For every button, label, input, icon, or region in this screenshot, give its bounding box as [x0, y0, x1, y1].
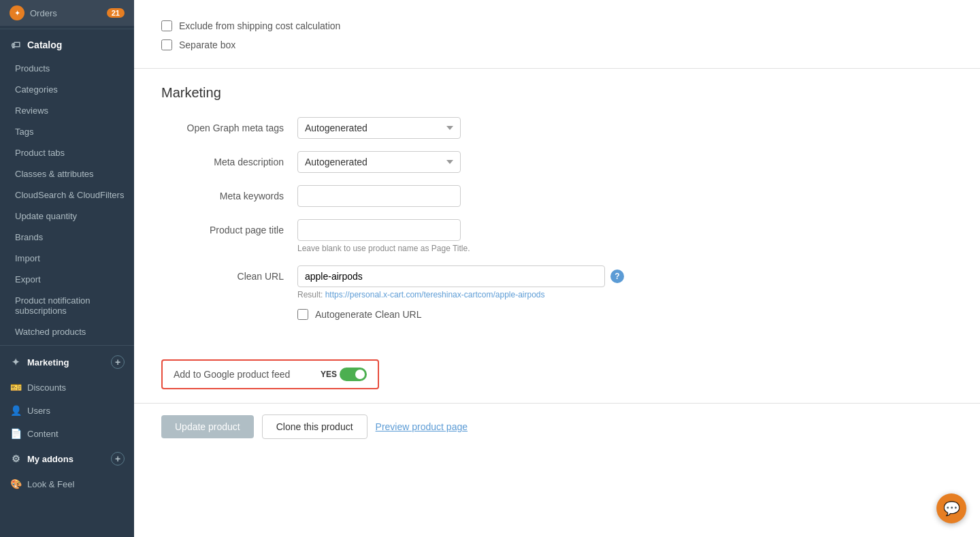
open-graph-label: Open Graph meta tags — [161, 117, 297, 133]
result-prefix: Result: — [297, 290, 325, 299]
users-label: Users — [27, 406, 50, 416]
google-feed-label: Add to Google product feed — [174, 369, 310, 380]
update-quantity-label: Update quantity — [15, 211, 77, 221]
sidebar-item-watched-products[interactable]: Watched products — [0, 321, 134, 342]
sidebar-myaddons-header[interactable]: ⚙ My addons + — [0, 445, 134, 472]
sidebar-item-lookfeel[interactable]: 🎨 Look & Feel — [0, 472, 134, 495]
open-graph-select[interactable]: Autogenerated Custom — [297, 117, 461, 139]
sidebar-item-export[interactable]: Export — [0, 269, 134, 290]
sidebar-item-tags[interactable]: Tags — [0, 121, 134, 142]
preview-product-button[interactable]: Preview product page — [376, 415, 468, 438]
product-page-title-control: Leave blank to use product name as Page … — [297, 219, 624, 253]
users-icon: 👤 — [10, 404, 22, 417]
myaddons-icon: ⚙ — [10, 453, 22, 465]
content-label: Content — [27, 429, 59, 439]
autogenerate-clean-url-checkbox[interactable] — [297, 309, 308, 320]
marketing-section: Marketing Open Graph meta tags Autogener… — [134, 69, 980, 353]
discounts-label: Discounts — [27, 383, 66, 393]
myaddons-plus-btn[interactable]: + — [111, 452, 125, 466]
marketing-title: Marketing — [161, 85, 953, 101]
sidebar-item-discounts[interactable]: 🎫 Discounts — [0, 376, 134, 399]
clean-url-label: Clean URL — [161, 265, 297, 282]
product-page-title-input[interactable] — [297, 219, 461, 241]
clean-url-control: ? Result: https://personal.x-cart.com/te… — [297, 265, 624, 324]
sidebar-item-products[interactable]: Products — [0, 58, 134, 79]
sidebar-item-reviews[interactable]: Reviews — [0, 100, 134, 121]
clean-url-row: Clean URL ? Result: https://personal.x-c… — [161, 265, 953, 324]
separate-box-label[interactable]: Separate box — [179, 39, 235, 50]
exclude-shipping-label[interactable]: Exclude from shipping cost calculation — [179, 20, 340, 31]
products-label: Products — [15, 63, 50, 74]
clean-url-input-row: ? — [297, 265, 624, 287]
sidebar-item-users[interactable]: 👤 Users — [0, 399, 134, 422]
open-graph-row: Open Graph meta tags Autogenerated Custo… — [161, 117, 953, 139]
meta-description-select[interactable]: Autogenerated Custom — [297, 151, 461, 173]
lookfeel-icon: 🎨 — [10, 478, 22, 490]
catalog-icon: 🏷 — [10, 39, 22, 51]
sidebar-item-cloudsearch[interactable]: CloudSearch & CloudFilters — [0, 184, 134, 206]
sidebar-item-brands[interactable]: Brands — [0, 227, 134, 248]
sidebar-item-classes-attributes[interactable]: Classes & attributes — [0, 163, 134, 184]
meta-keywords-control — [297, 185, 624, 207]
clean-url-help-icon[interactable]: ? — [610, 270, 624, 283]
brands-label: Brands — [15, 232, 43, 242]
meta-keywords-row: Meta keywords — [161, 185, 953, 207]
watched-products-label: Watched products — [15, 327, 86, 337]
clean-url-input[interactable] — [297, 265, 605, 287]
sidebar-item-content[interactable]: 📄 Content — [0, 422, 134, 445]
clean-url-result: Result: https://personal.x-cart.com/tere… — [297, 290, 624, 299]
myaddons-label: My addons — [27, 454, 74, 464]
separate-box-checkbox[interactable] — [161, 39, 172, 50]
autogenerate-clean-url-label[interactable]: Autogenerate Clean URL — [315, 309, 421, 320]
meta-description-label: Meta description — [161, 151, 297, 167]
marketing-label: Marketing — [27, 357, 69, 368]
sidebar-item-product-notifications[interactable]: Product notification subscriptions — [0, 290, 134, 321]
orders-badge: 21 — [107, 8, 125, 18]
catalog-label: Catalog — [27, 39, 62, 50]
sidebar-marketing-header[interactable]: ✦ Marketing + — [0, 348, 134, 376]
reviews-label: Reviews — [15, 105, 48, 116]
toggle-slider — [340, 368, 367, 381]
tags-label: Tags — [15, 127, 33, 137]
exclude-shipping-row: Exclude from shipping cost calculation — [161, 16, 953, 35]
sidebar-item-product-tabs[interactable]: Product tabs — [0, 142, 134, 163]
sidebar-item-orders[interactable]: ✦ Orders 21 — [0, 0, 134, 26]
categories-label: Categories — [15, 84, 58, 95]
lookfeel-label: Look & Feel — [27, 479, 74, 489]
sidebar: ✦ Orders 21 🏷 Catalog Products Categorie… — [0, 0, 134, 537]
cloudsearch-label: CloudSearch & CloudFilters — [15, 190, 124, 200]
export-label: Export — [15, 274, 41, 284]
google-feed-section: Add to Google product feed YES — [134, 353, 980, 403]
open-graph-control: Autogenerated Custom — [297, 117, 624, 139]
sidebar-catalog-header[interactable]: 🏷 Catalog — [0, 32, 134, 58]
product-page-title-hint: Leave blank to use product name as Page … — [297, 244, 624, 253]
google-feed-box: Add to Google product feed YES — [161, 359, 379, 389]
google-feed-toggle[interactable] — [340, 368, 367, 381]
sidebar-orders-label: Orders — [30, 8, 57, 18]
product-tabs-label: Product tabs — [15, 148, 65, 158]
sidebar-item-categories[interactable]: Categories — [0, 79, 134, 100]
sidebar-item-import[interactable]: Import — [0, 248, 134, 269]
marketing-plus-btn[interactable]: + — [111, 355, 125, 369]
content-icon: 📄 — [10, 427, 22, 440]
import-label: Import — [15, 253, 40, 263]
update-product-button[interactable]: Update product — [161, 415, 254, 438]
product-page-title-label: Product page title — [161, 219, 297, 235]
product-page-title-row: Product page title Leave blank to use pr… — [161, 219, 953, 253]
classes-attributes-label: Classes & attributes — [15, 169, 94, 179]
orders-icon: ✦ — [10, 5, 24, 20]
footer-bar: Update product Clone this product Previe… — [134, 403, 980, 450]
sidebar-item-update-quantity[interactable]: Update quantity — [0, 206, 134, 227]
autogenerate-clean-url-row: Autogenerate Clean URL — [297, 305, 624, 324]
exclude-shipping-checkbox[interactable] — [161, 20, 172, 31]
clean-url-link[interactable]: https://personal.x-cart.com/tereshinax-c… — [325, 290, 545, 299]
clone-product-button[interactable]: Clone this product — [262, 414, 368, 439]
shipping-section: Exclude from shipping cost calculation S… — [134, 0, 980, 69]
main-content: Exclude from shipping cost calculation S… — [134, 0, 980, 537]
product-notifications-label: Product notification subscriptions — [15, 295, 125, 316]
chat-button[interactable]: 💬 — [936, 493, 966, 523]
toggle-yes-label: YES — [321, 370, 337, 379]
google-feed-toggle-container: YES — [321, 368, 367, 381]
separate-box-row: Separate box — [161, 35, 953, 54]
meta-keywords-input[interactable] — [297, 185, 461, 207]
